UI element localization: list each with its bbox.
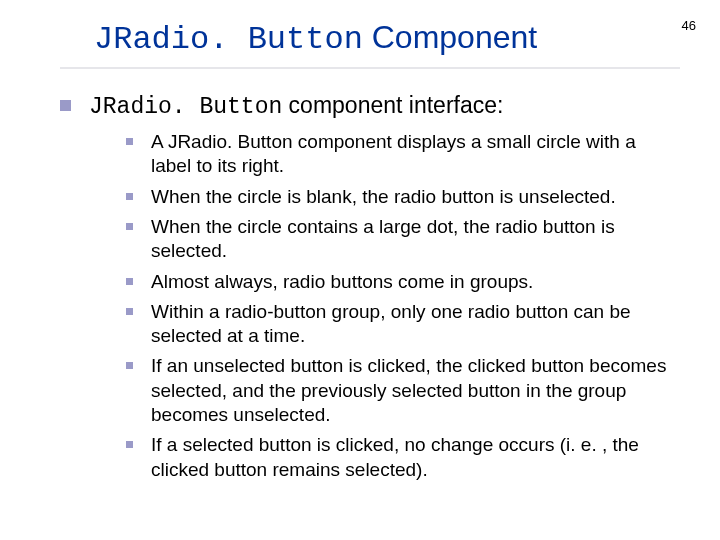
square-bullet-icon — [126, 223, 133, 230]
list-item-text: If a selected button is clicked, no chan… — [151, 433, 674, 482]
title-rule — [60, 67, 680, 69]
list-item: If a selected button is clicked, no chan… — [126, 433, 674, 482]
list-item: When the circle is blank, the radio butt… — [126, 185, 674, 209]
square-bullet-icon — [60, 100, 71, 111]
title-code: JRadio. Button — [94, 21, 363, 58]
list-item: If an unselected button is clicked, the … — [126, 354, 674, 427]
list-item-text: Almost always, radio buttons come in gro… — [151, 270, 533, 294]
list-item: Within a radio-button group, only one ra… — [126, 300, 674, 349]
square-bullet-icon — [126, 441, 133, 448]
list-item: When the circle contains a large dot, th… — [126, 215, 674, 264]
list-item-text: When the circle contains a large dot, th… — [151, 215, 674, 264]
square-bullet-icon — [126, 308, 133, 315]
bullet-list: A JRadio. Button component displays a sm… — [126, 130, 680, 482]
list-item: Almost always, radio buttons come in gro… — [126, 270, 674, 294]
slide: 46 JRadio. Button Component JRadio. Butt… — [0, 0, 720, 540]
title-rest: Component — [363, 19, 537, 55]
list-item-text: A JRadio. Button component displays a sm… — [151, 130, 674, 179]
square-bullet-icon — [126, 362, 133, 369]
square-bullet-icon — [126, 138, 133, 145]
page-number: 46 — [682, 18, 696, 33]
square-bullet-icon — [126, 193, 133, 200]
heading-rest: component interface: — [282, 92, 503, 118]
heading-row: JRadio. Button component interface: — [60, 91, 680, 122]
heading-text: JRadio. Button component interface: — [89, 91, 503, 122]
list-item: A JRadio. Button component displays a sm… — [126, 130, 674, 179]
slide-title: JRadio. Button Component — [94, 20, 680, 57]
square-bullet-icon — [126, 278, 133, 285]
heading-code: JRadio. Button — [89, 94, 282, 120]
list-item-text: When the circle is blank, the radio butt… — [151, 185, 616, 209]
list-item-text: Within a radio-button group, only one ra… — [151, 300, 674, 349]
list-item-text: If an unselected button is clicked, the … — [151, 354, 674, 427]
